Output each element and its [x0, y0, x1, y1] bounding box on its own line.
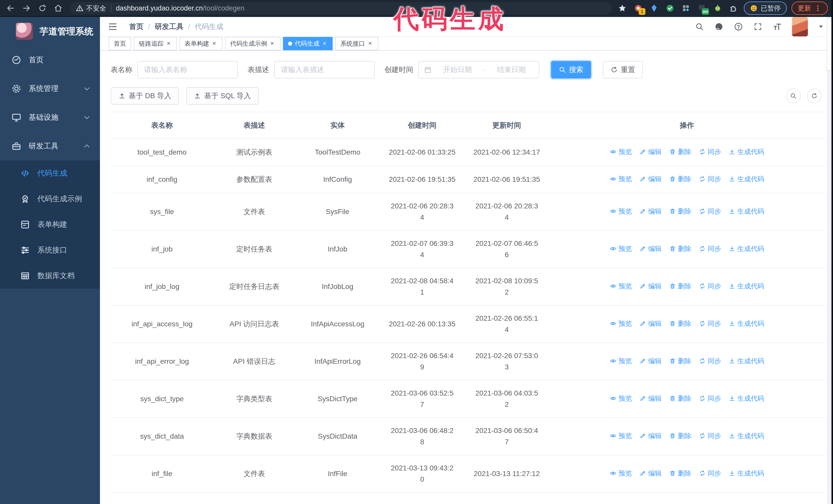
search-button[interactable]: 搜索: [551, 61, 591, 78]
action-sync[interactable]: 同步: [699, 243, 721, 254]
extension-ext-square-icon[interactable]: on: [696, 3, 708, 14]
action-generate[interactable]: 生成代码: [729, 467, 764, 479]
address-bar[interactable]: 不安全 dashboard.yudao.iocoder.cn/tool/code…: [70, 2, 612, 14]
help-icon[interactable]: [734, 22, 743, 31]
action-sync[interactable]: 同步: [699, 430, 721, 441]
tag-表单构建[interactable]: 表单构建: [180, 37, 222, 50]
sidebar-item-系统接口[interactable]: 系统接口: [0, 237, 100, 263]
search-icon[interactable]: [695, 22, 704, 31]
action-generate[interactable]: 生成代码: [729, 355, 764, 367]
action-edit[interactable]: 编辑: [640, 318, 662, 329]
tag-链路追踪[interactable]: 链路追踪: [134, 37, 177, 50]
action-edit[interactable]: 编辑: [640, 146, 662, 158]
refresh-table-button[interactable]: [807, 89, 822, 103]
extension-gem-icon[interactable]: [648, 3, 660, 14]
tag-系统接口[interactable]: 系统接口: [335, 37, 378, 50]
action-preview[interactable]: 预览: [610, 467, 632, 479]
browser-home-button[interactable]: [51, 1, 65, 15]
action-sync[interactable]: 同步: [699, 318, 721, 329]
sidebar-item-基础设施[interactable]: 基础设施: [0, 103, 100, 132]
paused-badge[interactable]: 已暂停: [744, 2, 787, 15]
app-logo-row[interactable]: 芋道管理系统: [0, 17, 100, 46]
tag-close-icon[interactable]: [270, 41, 275, 46]
sidebar-item-首页[interactable]: 首页: [0, 46, 100, 74]
tag-代码生成示例[interactable]: 代码生成示例: [225, 37, 280, 50]
action-preview[interactable]: 预览: [610, 243, 632, 254]
action-generate[interactable]: 生成代码: [729, 318, 764, 329]
tag-close-icon[interactable]: [212, 41, 217, 46]
browser-reload-button[interactable]: [35, 1, 49, 15]
tag-close-icon[interactable]: [367, 41, 373, 46]
action-delete[interactable]: 删除: [669, 281, 691, 292]
sidebar-item-代码生成[interactable]: 代码生成: [0, 161, 100, 186]
action-edit[interactable]: 编辑: [640, 243, 662, 254]
sidebar-item-系统管理[interactable]: 系统管理: [0, 74, 100, 103]
tag-close-icon[interactable]: [322, 41, 328, 46]
action-generate[interactable]: 生成代码: [729, 206, 764, 217]
browser-update-button[interactable]: 更新: [791, 2, 828, 15]
action-delete[interactable]: 删除: [669, 430, 691, 441]
action-generate[interactable]: 生成代码: [729, 243, 764, 254]
action-edit[interactable]: 编辑: [640, 206, 662, 217]
sidebar-collapse-button[interactable]: [106, 21, 119, 33]
breadcrumb-item[interactable]: 首页: [129, 22, 144, 31]
sidebar-item-表单构建[interactable]: 表单构建: [0, 212, 100, 237]
action-preview[interactable]: 预览: [610, 173, 632, 185]
extension-robot-icon[interactable]: [712, 3, 723, 14]
action-sync[interactable]: 同步: [699, 467, 721, 479]
extension-puzzle-icon[interactable]: [728, 3, 739, 14]
action-preview[interactable]: 预览: [610, 206, 632, 217]
action-generate[interactable]: 生成代码: [729, 281, 764, 292]
table-desc-input[interactable]: [274, 61, 375, 78]
action-delete[interactable]: 删除: [669, 467, 691, 479]
action-generate[interactable]: 生成代码: [729, 146, 764, 158]
reset-button[interactable]: 重置: [603, 61, 643, 78]
sidebar-item-研发工具[interactable]: 研发工具: [0, 132, 100, 161]
extension-ext-circle-icon[interactable]: 1: [633, 3, 644, 14]
action-delete[interactable]: 删除: [669, 206, 691, 217]
bookmark-star-icon[interactable]: [617, 3, 628, 14]
breadcrumb-item[interactable]: 研发工具: [155, 22, 184, 31]
action-edit[interactable]: 编辑: [640, 355, 662, 367]
action-edit[interactable]: 编辑: [640, 430, 662, 441]
tag-close-icon[interactable]: [166, 41, 172, 46]
action-sync[interactable]: 同步: [699, 355, 721, 367]
page-scrollbar-thumb[interactable]: [827, 18, 831, 71]
action-delete[interactable]: 删除: [669, 146, 691, 158]
fullscreen-icon[interactable]: [753, 22, 763, 31]
action-preview[interactable]: 预览: [610, 355, 632, 367]
import-db-button[interactable]: 基于 DB 导入: [111, 87, 179, 104]
sidebar-item-代码生成示例[interactable]: 代码生成示例: [0, 186, 100, 212]
github-icon[interactable]: [714, 22, 724, 31]
action-generate[interactable]: 生成代码: [729, 173, 764, 185]
action-generate[interactable]: 生成代码: [729, 430, 764, 441]
import-sql-button[interactable]: 基于 SQL 导入: [186, 87, 259, 104]
extension-grid-ext-icon[interactable]: [680, 3, 691, 14]
table-name-input[interactable]: [137, 61, 238, 78]
page-scrollbar-track[interactable]: [827, 17, 831, 504]
action-sync[interactable]: 同步: [699, 146, 721, 158]
action-sync[interactable]: 同步: [699, 281, 721, 292]
action-delete[interactable]: 删除: [669, 355, 691, 367]
action-edit[interactable]: 编辑: [640, 393, 662, 404]
avatar-caret-down-icon[interactable]: [818, 23, 824, 30]
action-edit[interactable]: 编辑: [640, 173, 662, 185]
action-preview[interactable]: 预览: [610, 430, 632, 441]
toggle-search-button[interactable]: [786, 89, 801, 103]
user-avatar[interactable]: [792, 17, 808, 37]
action-edit[interactable]: 编辑: [640, 467, 662, 479]
action-preview[interactable]: 预览: [610, 318, 632, 329]
browser-forward-button[interactable]: [20, 1, 33, 15]
action-preview[interactable]: 预览: [610, 393, 632, 404]
action-sync[interactable]: 同步: [699, 393, 721, 404]
action-generate[interactable]: 生成代码: [729, 393, 764, 404]
action-edit[interactable]: 编辑: [640, 281, 662, 292]
action-delete[interactable]: 删除: [669, 393, 691, 404]
action-delete[interactable]: 删除: [669, 173, 691, 185]
action-delete[interactable]: 删除: [669, 318, 691, 329]
action-preview[interactable]: 预览: [610, 146, 632, 158]
action-sync[interactable]: 同步: [699, 206, 721, 217]
extension-check-circle-icon[interactable]: [664, 3, 675, 14]
tag-代码生成[interactable]: 代码生成: [283, 37, 333, 50]
date-range-picker[interactable]: 开始日期 - 结束日期: [418, 61, 539, 78]
